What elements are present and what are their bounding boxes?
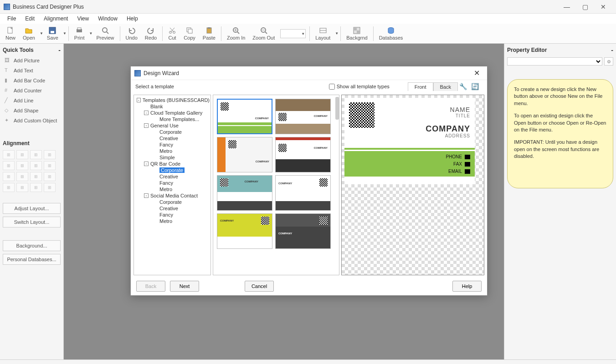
tree-item-metro[interactable]: Metro — [135, 186, 210, 192]
align-button-6[interactable]: ⊞ — [30, 161, 42, 170]
thumbnails-scrollbar[interactable] — [335, 97, 339, 120]
quick-tools-collapse-icon[interactable]: - — [58, 46, 61, 54]
quick-tool-add-line[interactable]: ╱Add Line — [3, 96, 61, 106]
databases-button[interactable]: Databases — [375, 26, 407, 41]
align-button-9[interactable]: ⊞ — [16, 172, 28, 181]
save-dropdown-icon[interactable]: ▼ — [62, 31, 67, 35]
copy-button[interactable]: Copy — [180, 26, 199, 41]
tree-expand-icon[interactable]: - — [144, 162, 149, 166]
tree-item-corporate[interactable]: Corporate — [135, 167, 210, 173]
align-button-12[interactable]: ⊞ — [3, 183, 15, 192]
tree-expand-icon[interactable]: - — [144, 111, 149, 115]
zoom-combo[interactable] — [280, 29, 306, 38]
back-button[interactable]: Back — [136, 281, 165, 292]
align-button-2[interactable]: ⊞ — [30, 150, 42, 159]
template-thumbnail-6[interactable]: COMPANY — [217, 213, 272, 249]
wrench-icon[interactable]: 🔧 — [458, 81, 468, 91]
zoomout-button[interactable]: Zoom Out — [249, 26, 278, 41]
tree-item-more-templates-[interactable]: More Templates... — [135, 116, 210, 122]
tree-item-templates-businesscard-[interactable]: -Templates (BUSINESSCARD) — [135, 97, 210, 103]
refresh-icon[interactable]: 🔄 — [470, 81, 480, 91]
template-thumbnail-4[interactable]: COMPANY — [217, 175, 272, 211]
quick-tool-add-counter[interactable]: #Add Counter — [3, 86, 61, 96]
save-button[interactable]: Save — [43, 26, 62, 41]
align-button-14[interactable]: ⊞ — [30, 183, 42, 192]
switch-layout-button[interactable]: Switch Layout... — [3, 217, 61, 228]
show-all-templates-checkbox[interactable]: Show all template types — [329, 84, 390, 90]
cut-button[interactable]: Cut — [164, 26, 180, 41]
tree-item-corporate[interactable]: Corporate — [135, 129, 210, 135]
personal-databases-button[interactable]: Personal Databases... — [3, 254, 61, 265]
align-button-5[interactable]: ⊞ — [16, 161, 28, 170]
minimize-button[interactable]: — — [558, 1, 576, 12]
tree-item-fancy[interactable]: Fancy — [135, 142, 210, 148]
property-settings-icon[interactable]: ⚙ — [604, 57, 613, 66]
undo-button[interactable]: Undo — [122, 26, 141, 41]
tree-item-blank[interactable]: Blank — [135, 103, 210, 110]
quick-tool-add-text[interactable]: TAdd Text — [3, 66, 61, 76]
dialog-close-button[interactable]: ✕ — [470, 68, 483, 79]
tree-item-social-media-contact[interactable]: -Social Media Contact — [135, 192, 210, 199]
paste-button[interactable]: Paste — [199, 26, 219, 41]
menu-alignment[interactable]: Alignment — [39, 15, 72, 23]
tree-expand-icon[interactable]: - — [144, 123, 149, 128]
tree-item-corporate[interactable]: Corporate — [135, 199, 210, 205]
align-button-15[interactable]: ⊞ — [44, 183, 56, 192]
background-button[interactable]: Background... — [3, 240, 61, 251]
align-button-13[interactable]: ⊞ — [16, 183, 28, 192]
tree-item-creative[interactable]: Creative — [135, 205, 210, 212]
align-button-7[interactable]: ⊞ — [44, 161, 56, 170]
align-button-10[interactable]: ⊞ — [30, 172, 42, 181]
template-thumbnail-0[interactable]: COMPANY — [217, 99, 272, 134]
tree-item-cloud-template-gallery[interactable]: -Cloud Template Gallery — [135, 110, 210, 116]
template-thumbnails[interactable]: COMPANYCOMPANYCOMPANYCOMPANYCOMPANYCOMPA… — [213, 95, 339, 275]
tree-item-creative[interactable]: Creative — [135, 135, 210, 142]
template-thumbnail-3[interactable]: COMPANY — [275, 137, 331, 172]
redo-button[interactable]: Redo — [141, 26, 160, 41]
menu-window[interactable]: Window — [93, 15, 122, 23]
backgrnd-button[interactable]: Backgrnd — [343, 26, 371, 41]
adjust-layout-button[interactable]: Adjust Layout... — [3, 203, 61, 214]
preview-button[interactable]: Preview — [92, 26, 118, 41]
template-thumbnail-1[interactable]: COMPANY — [275, 99, 331, 134]
menu-view[interactable]: View — [72, 15, 93, 23]
tab-back[interactable]: Back — [433, 82, 458, 91]
menu-help[interactable]: Help — [122, 15, 143, 23]
tree-item-general-use[interactable]: -General Use — [135, 122, 210, 129]
quick-tool-add-shape[interactable]: ◇Add Shape — [3, 106, 61, 116]
show-all-checkbox-input[interactable] — [329, 84, 335, 90]
tree-item-metro[interactable]: Metro — [135, 148, 210, 154]
tree-item-fancy[interactable]: Fancy — [135, 212, 210, 218]
template-thumbnail-5[interactable]: COMPANY — [275, 175, 331, 211]
tree-expand-icon[interactable]: - — [137, 98, 141, 102]
print-dropdown-icon[interactable]: ▼ — [88, 31, 92, 35]
open-dropdown-icon[interactable]: ▼ — [39, 31, 43, 35]
tree-item-qr-bar-code[interactable]: -QR Bar Code — [135, 161, 210, 167]
template-thumbnail-2[interactable]: COMPANY — [217, 137, 272, 172]
layout-dropdown-icon[interactable]: ▼ — [334, 31, 339, 35]
align-button-8[interactable]: ⊞ — [3, 172, 15, 181]
open-button[interactable]: Open — [19, 26, 39, 41]
tree-item-fancy[interactable]: Fancy — [135, 180, 210, 186]
align-button-11[interactable]: ⊞ — [44, 172, 56, 181]
next-button[interactable]: Next — [170, 281, 199, 292]
tree-item-creative[interactable]: Creative — [135, 173, 210, 180]
property-object-select[interactable] — [507, 57, 602, 66]
cancel-button[interactable]: Cancel — [245, 281, 274, 292]
layout-button[interactable]: Layout — [312, 26, 334, 41]
align-button-4[interactable]: ⊞ — [3, 161, 15, 170]
tree-expand-icon[interactable]: - — [144, 193, 149, 198]
property-editor-collapse-icon[interactable]: - — [611, 46, 613, 54]
print-button[interactable]: Print — [71, 26, 88, 41]
menu-file[interactable]: File — [3, 15, 21, 23]
template-thumbnail-7[interactable]: COMPANY — [275, 213, 331, 249]
help-button[interactable]: Help — [452, 281, 482, 292]
tree-item-metro[interactable]: Metro — [135, 218, 210, 224]
template-tree[interactable]: -Templates (BUSINESSCARD)Blank-Cloud Tem… — [133, 95, 211, 275]
zoomin-button[interactable]: Zoom In — [223, 26, 249, 41]
quick-tool-add-custom-object[interactable]: ✦Add Custom Object — [3, 116, 61, 126]
menu-edit[interactable]: Edit — [21, 15, 39, 23]
new-button[interactable]: New — [2, 26, 19, 41]
close-button[interactable]: ✕ — [594, 1, 612, 12]
align-button-3[interactable]: ⊞ — [44, 150, 56, 159]
